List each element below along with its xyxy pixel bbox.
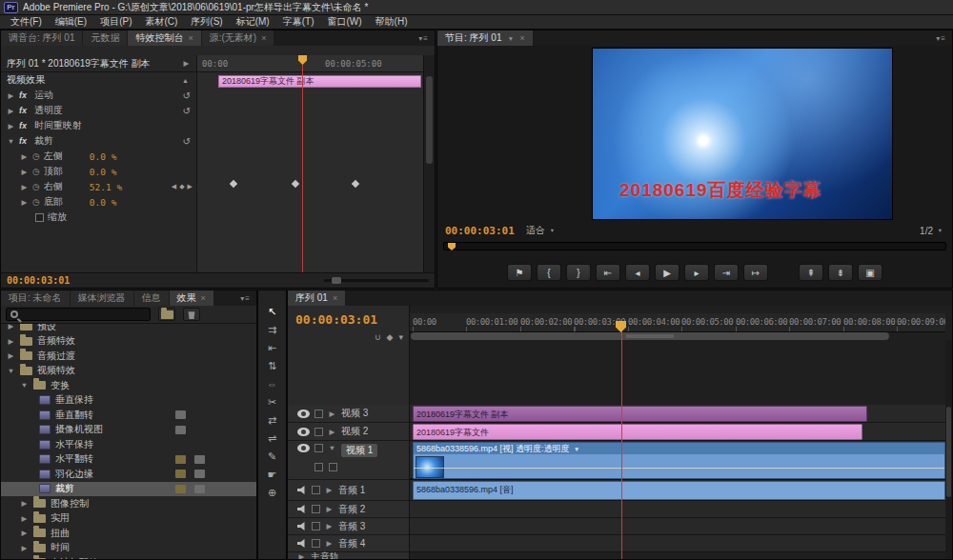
tree-item-time[interactable]: ▶ 时间 [1,541,256,556]
chevron-right-icon[interactable]: ▶ [325,522,334,530]
effect-row-time-remap[interactable]: ▶ fx 时间重映射 [1,118,196,133]
chevron-right-icon[interactable]: ▶ [325,539,334,548]
pen-tool[interactable]: ✎ [261,448,284,465]
menu-window[interactable]: 窗口(W) [320,15,368,29]
speaker-icon[interactable] [297,539,307,549]
chevron-right-icon[interactable]: ▶ [20,544,29,552]
dropdown-icon[interactable]: ▾ [506,34,515,43]
chevron-right-icon[interactable]: ▶ [325,486,334,494]
chevron-right-icon[interactable]: ▶ [20,168,29,176]
track-lock-toggle[interactable] [312,539,320,548]
extract-button[interactable]: ⇟ [828,264,853,281]
param-value[interactable]: 0.0 % [90,167,117,177]
menu-sequence[interactable]: 序列(S) [184,15,229,29]
close-icon[interactable]: × [519,33,524,43]
tab-source-monitor[interactable]: 源:(无素材) × [202,30,274,46]
current-timecode[interactable]: 00:00:03:01 [7,275,70,286]
tab-program-monitor[interactable]: 节目: 序列 01 ▾ × [437,30,533,46]
param-row-right[interactable]: ▶ ◷ 右侧 52.1 % ◀ ◆ ▶ [1,179,196,194]
keyframe-icon[interactable] [292,180,299,188]
track-lock-toggle[interactable] [312,505,320,513]
chevron-right-icon[interactable]: ▶ [20,183,29,191]
reset-effect-icon[interactable]: ↺ [183,106,191,116]
razor-tool[interactable]: ✂ [261,393,284,410]
step-forward-button[interactable]: ▸ [684,264,709,281]
chevron-right-icon[interactable]: ▶ [20,499,29,508]
tab-metadata[interactable]: 元数据 [83,30,127,46]
chevron-right-icon[interactable]: ▶ [297,552,306,559]
zoom-tool[interactable]: ⊕ [261,484,284,501]
tree-item-noise-grain[interactable]: ▶ 杂波与颗粒 [1,555,256,559]
track-lock-toggle[interactable] [312,522,320,530]
tree-item-horizontal-flip[interactable]: 水平翻转 [1,452,256,468]
reset-effect-icon[interactable]: ↺ [183,136,191,147]
tree-item-crop[interactable]: 裁剪 [1,482,256,497]
scrubber-playhead[interactable] [448,243,456,250]
new-custom-bin-button[interactable] [158,308,175,321]
close-icon[interactable]: × [201,293,206,303]
tab-info[interactable]: 信息 [134,290,169,306]
export-frame-button[interactable]: ▣ [858,264,882,281]
toggle-animation-icon[interactable]: ◷ [32,182,40,191]
chevron-right-icon[interactable]: ▶ [7,337,15,346]
toggle-track-output-icon[interactable] [297,410,310,418]
param-row-zoom[interactable]: 缩放 [1,210,196,225]
next-keyframe-button[interactable]: ▶ [188,183,193,190]
hand-tool[interactable]: ☛ [261,466,284,483]
step-back-button[interactable]: ◂ [625,264,650,281]
speaker-icon[interactable] [297,505,307,514]
go-to-in-button[interactable]: ⇤ [596,264,620,281]
timeline-menu-icon[interactable]: ▾ [398,332,403,342]
tree-item-vertical-hold[interactable]: 垂直保持 [1,393,256,409]
chevron-right-icon[interactable]: ▶ [7,107,15,115]
chevron-down-icon[interactable]: ▼ [20,381,29,390]
track-select-tool[interactable]: ⇉ [261,321,284,338]
rolling-edit-tool[interactable]: ⇅ [261,357,284,374]
add-marker-button[interactable]: ⚑ [507,264,532,281]
param-row-bottom[interactable]: ▶ ◷ 底部 0.0 % [1,194,196,210]
slide-tool[interactable]: ⇌ [261,430,284,447]
toggle-animation-icon[interactable]: ◷ [32,197,40,207]
tree-item-audio-transitions[interactable]: ▶ 音频过渡 [1,349,256,364]
collapse-section-icon[interactable]: ▲ [182,77,189,84]
video-clip-v1[interactable]: 5868ba0338596.mp4 [视] 透明度:透明度 ▾ [413,442,945,479]
tree-item-vertical-flip[interactable]: 垂直翻转 [1,408,256,423]
title-clip-v2[interactable]: 20180619字幕文件 [413,424,862,440]
menu-project[interactable]: 项目(P) [93,15,138,29]
set-marker-icon[interactable]: ◆ [387,332,394,342]
close-icon[interactable]: × [261,33,266,43]
param-row-left[interactable]: ▶ ◷ 左侧 0.0 % [1,149,196,164]
mark-in-button[interactable]: { [537,264,561,281]
panel-menu-icon[interactable]: ▾≡ [930,30,952,46]
chevron-right-icon[interactable]: ▶ [20,558,29,559]
reset-effect-icon[interactable]: ↺ [183,90,191,101]
vertical-scrollbar[interactable] [945,340,952,559]
audio-lane-3[interactable] [410,518,945,535]
audio-lane-4[interactable] [410,535,945,552]
audio-clip-a1[interactable]: 5868ba0338596.mp4 [音] [413,481,945,500]
tree-item-horizontal-hold[interactable]: 水平保持 [1,437,256,452]
chevron-right-icon[interactable]: ▶ [20,152,29,161]
title-clip-v3[interactable]: 20180619字幕文件 副本 [413,406,867,422]
delete-custom-item-button[interactable] [183,308,200,321]
chevron-down-icon[interactable]: ▾ [573,445,581,453]
track-name[interactable]: 视频 1 [341,444,377,457]
tree-item-utility[interactable]: ▶ 实用 [1,511,256,527]
chevron-right-icon[interactable]: ▶ [7,324,15,330]
work-area-bar[interactable] [411,332,889,340]
tree-item-video-effects[interactable]: ▼ 视频特效 [1,364,256,379]
chevron-right-icon[interactable]: ▶ [182,59,191,68]
chevron-right-icon[interactable]: ▶ [20,514,29,523]
param-value[interactable]: 0.0 % [90,151,117,162]
menu-help[interactable]: 帮助(H) [369,15,415,29]
timeline-timecode[interactable]: 00:00:03:01 [295,312,377,327]
scrollbar-thumb[interactable] [946,407,951,497]
chevron-down-icon[interactable]: ▼ [7,367,15,375]
track-lock-toggle[interactable] [314,428,323,436]
ripple-edit-tool[interactable]: ⇤ [261,339,284,356]
tab-media-browser[interactable]: 媒体浏览器 [71,290,133,306]
effect-controls-clip-bar[interactable]: 20180619字幕文件 副本 [218,75,421,88]
play-button[interactable]: ▶ [655,264,679,281]
mark-out-button[interactable]: } [566,264,591,281]
chevron-right-icon[interactable]: ▶ [7,122,15,130]
